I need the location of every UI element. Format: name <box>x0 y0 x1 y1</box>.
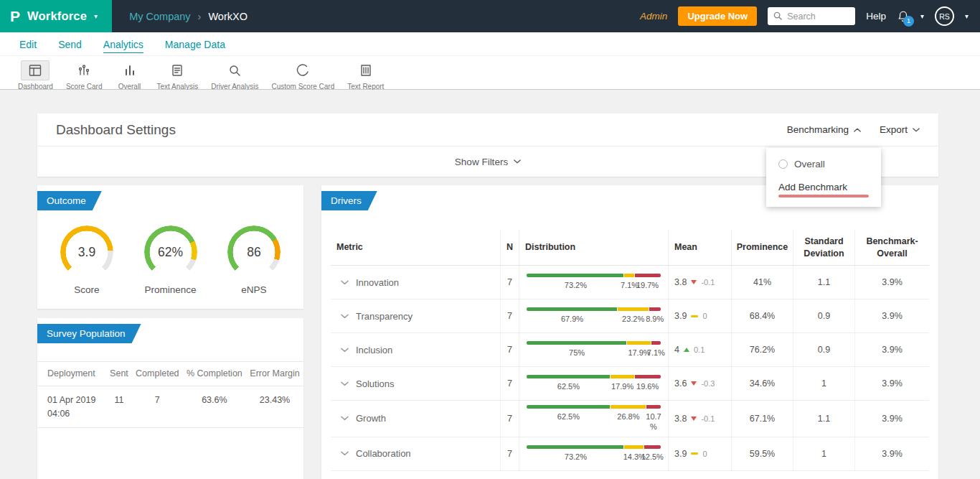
prominence-gauge: 62% Prominence <box>138 225 203 295</box>
brand-logo-icon: P <box>10 8 20 25</box>
chevron-down-icon[interactable] <box>341 314 349 319</box>
notifications-button[interactable]: 1 <box>897 10 910 23</box>
col-error-margin: Error Margin <box>246 362 303 386</box>
distribution-bar <box>527 307 661 311</box>
prominence-value: 67.1% <box>731 401 793 437</box>
driver-metric-label: Innovation <box>356 277 399 288</box>
distribution-bar <box>527 274 661 277</box>
distribution-labels: 67.9%23.2%8.9% <box>527 315 661 325</box>
menu-item-send[interactable]: Send <box>49 35 91 53</box>
drivers-table-body: Innovation 7 73.2%7.1%19.7% 3.8 -0.1 41%… <box>331 266 929 471</box>
drivers-table-header: Metric N Distribution Mean Prominence St… <box>331 230 929 266</box>
chevron-down-icon[interactable] <box>341 451 349 456</box>
product-switcher[interactable]: P Workforce ▾ <box>0 0 112 32</box>
chevron-down-icon: ▾ <box>94 12 98 20</box>
trend-icon <box>684 348 689 352</box>
mean-delta: -0.1 <box>701 414 715 423</box>
score-card-icon <box>70 60 98 80</box>
benchmark-option-overall[interactable]: Overall <box>778 159 869 169</box>
drivers-header-flag: Drivers <box>321 191 377 210</box>
distribution-bar <box>527 341 661 345</box>
col-distribution: Distribution <box>519 230 668 265</box>
survey-row: 01 Apr 2019 04:06 11 7 63.6% 23.43% <box>37 386 303 428</box>
avatar[interactable]: RS <box>935 6 954 26</box>
driver-n-value: 7 <box>500 401 519 437</box>
gauge-value: 86 <box>222 225 286 279</box>
mean-value: 3.6 <box>674 378 687 389</box>
export-dropdown-toggle[interactable]: Export <box>880 124 920 135</box>
mean-delta: -0.1 <box>701 278 715 287</box>
prominence-value: 68.4% <box>731 299 793 332</box>
chevron-down-icon[interactable] <box>341 416 349 421</box>
analytics-toolbar: Dashboard Score Card Overall Text Analys… <box>0 56 980 90</box>
benchmark-value: 3.9% <box>854 367 929 400</box>
chevron-down-icon[interactable] <box>341 381 349 386</box>
deployment-cell: 01 Apr 2019 04:06 <box>37 386 106 428</box>
search-box[interactable] <box>768 7 855 25</box>
col-prominence: Prominence <box>731 230 793 265</box>
tool-text-analysis[interactable]: Text Analysis <box>151 60 205 90</box>
outcome-card: Outcome 3.9 Score 62% Prominence 86 eNPS <box>37 185 303 309</box>
mean-delta: -0.3 <box>701 379 715 388</box>
breadcrumb-separator: › <box>198 11 202 22</box>
chevron-down-icon[interactable]: ▾ <box>965 12 969 20</box>
menu-item-analytics[interactable]: Analytics <box>94 35 153 53</box>
chevron-down-icon <box>913 128 920 132</box>
radio-button[interactable] <box>778 159 788 169</box>
score-gauge: 3.9 Score <box>55 225 119 295</box>
driver-analysis-icon <box>220 60 249 80</box>
chevron-up-icon <box>854 128 861 132</box>
prominence-value: 76.2% <box>731 333 793 366</box>
standard-deviation-value: 1 <box>793 437 854 470</box>
add-benchmark-link[interactable]: Add Benchmark <box>778 182 847 192</box>
menu-item-edit[interactable]: Edit <box>10 35 46 53</box>
chevron-down-icon[interactable]: ▾ <box>920 12 924 20</box>
mean-delta: 0 <box>702 450 707 458</box>
chevron-down-icon[interactable] <box>341 348 349 353</box>
product-name: Workforce <box>27 9 87 23</box>
benchmark-value: 3.9% <box>854 266 929 299</box>
admin-label: Admin <box>640 11 667 22</box>
tool-driver-analysis[interactable]: Driver Analysis <box>204 60 265 90</box>
driver-row: Innovation 7 73.2%7.1%19.7% 3.8 -0.1 41%… <box>331 266 929 299</box>
breadcrumb-company[interactable]: My Company <box>129 11 190 22</box>
mean-value: 3.9 <box>674 449 687 459</box>
benchmarking-dropdown-toggle[interactable]: Benchmarking <box>787 124 861 135</box>
tool-custom-score-card[interactable]: Custom Score Card <box>265 60 341 90</box>
prominence-value: 34.6% <box>731 367 793 400</box>
tool-text-report[interactable]: Text Report <box>341 60 390 90</box>
survey-population-table: Deployment Sent Completed % Completion E… <box>37 361 303 428</box>
survey-population-header-flag: Survey Population <box>37 324 141 343</box>
text-report-icon <box>352 60 380 80</box>
breadcrumb: My Company › WorkXO <box>129 11 248 22</box>
tool-overall[interactable]: Overall <box>109 60 151 90</box>
tool-score-card[interactable]: Score Card <box>60 60 109 90</box>
completed-cell: 7 <box>132 386 183 428</box>
distribution-bar <box>527 405 661 409</box>
upgrade-now-button[interactable]: Upgrade Now <box>678 6 757 26</box>
col-standard-deviation: Standard Deviation <box>793 230 854 265</box>
col-metric: Metric <box>331 236 500 259</box>
overall-icon <box>116 60 144 80</box>
menu-item-manage-data[interactable]: Manage Data <box>156 35 235 53</box>
search-input[interactable] <box>787 11 849 22</box>
benchmarking-dropdown-panel: Overall Add Benchmark <box>766 148 881 207</box>
col-mean: Mean <box>668 230 731 265</box>
page-title: Dashboard Settings <box>56 122 176 138</box>
tool-dashboard[interactable]: Dashboard <box>11 60 60 90</box>
text-analysis-icon <box>163 60 192 80</box>
chevron-down-icon[interactable] <box>341 280 349 285</box>
help-link[interactable]: Help <box>866 11 886 22</box>
distribution-bar <box>527 375 661 378</box>
survey-population-card: Survey Population Deployment Sent Comple… <box>37 318 303 479</box>
mean-value: 3.9 <box>674 311 687 321</box>
mean-delta: 0 <box>702 312 707 320</box>
prominence-value: 59.5% <box>731 437 793 470</box>
col-deployment: Deployment <box>37 362 106 386</box>
mean-delta: 0.1 <box>694 345 705 354</box>
standard-deviation-value: 1.1 <box>793 401 854 437</box>
custom-score-card-icon <box>288 60 317 80</box>
outcome-header-flag: Outcome <box>37 191 102 210</box>
gauge-value: 62% <box>138 225 203 279</box>
driver-n-value: 7 <box>500 437 519 470</box>
